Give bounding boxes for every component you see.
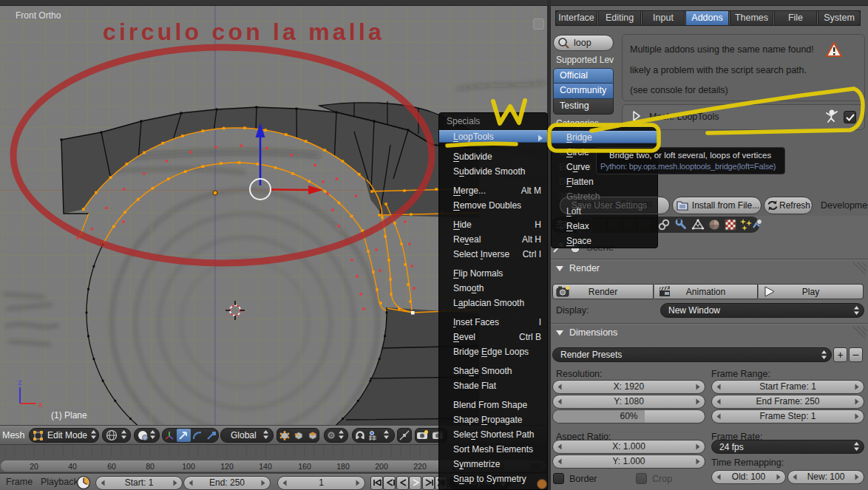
svg-text:x: x — [38, 400, 43, 409]
svg-text:circulo con la malla: circulo con la malla — [103, 18, 384, 45]
svg-text:160: 160 — [298, 462, 311, 471]
svg-text:100: 100 — [182, 462, 195, 471]
svg-text:140: 140 — [259, 462, 272, 471]
svg-text:20: 20 — [30, 462, 38, 471]
svg-text:80: 80 — [146, 462, 155, 471]
svg-text:120: 120 — [220, 462, 234, 471]
svg-text:220: 220 — [413, 462, 427, 471]
svg-text:200: 200 — [375, 462, 388, 471]
svg-text:60: 60 — [107, 462, 116, 471]
svg-text:40: 40 — [68, 462, 77, 471]
svg-text:z: z — [18, 378, 22, 387]
svg-text:180: 180 — [336, 462, 350, 471]
